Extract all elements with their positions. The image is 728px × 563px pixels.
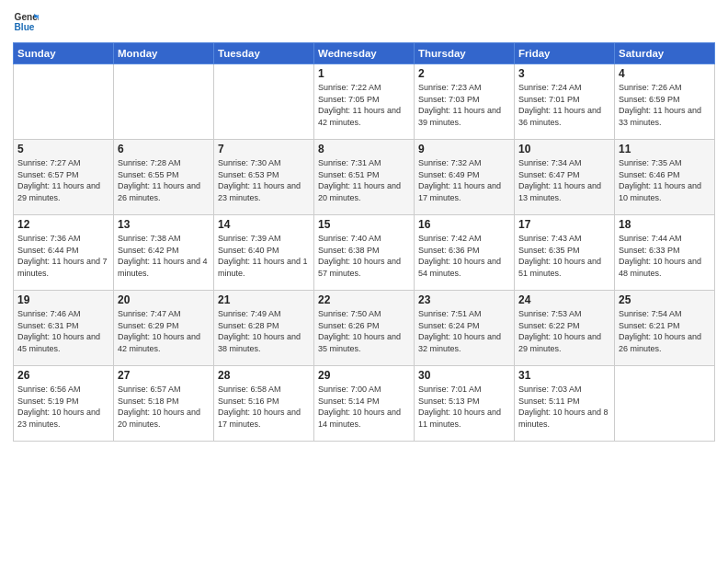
day-info: Sunrise: 7:39 AMSunset: 6:40 PMDaylight:… xyxy=(218,233,310,279)
calendar-cell: 8Sunrise: 7:31 AMSunset: 6:51 PMDaylight… xyxy=(314,140,415,215)
day-number: 21 xyxy=(218,293,310,306)
day-info: Sunrise: 6:58 AMSunset: 5:16 PMDaylight:… xyxy=(218,384,310,430)
day-number: 22 xyxy=(318,293,410,306)
calendar-cell: 10Sunrise: 7:34 AMSunset: 6:47 PMDayligh… xyxy=(515,140,615,215)
day-header-monday: Monday xyxy=(114,43,214,64)
day-info: Sunrise: 7:31 AMSunset: 6:51 PMDaylight:… xyxy=(318,157,410,203)
day-number: 27 xyxy=(118,369,210,382)
day-info: Sunrise: 7:50 AMSunset: 6:26 PMDaylight:… xyxy=(318,308,410,354)
day-info: Sunrise: 7:03 AMSunset: 5:11 PMDaylight:… xyxy=(518,384,610,430)
day-info: Sunrise: 6:57 AMSunset: 5:18 PMDaylight:… xyxy=(118,384,210,430)
calendar-cell: 17Sunrise: 7:43 AMSunset: 6:35 PMDayligh… xyxy=(515,215,615,291)
day-info: Sunrise: 7:26 AMSunset: 6:59 PMDaylight:… xyxy=(619,82,711,128)
day-number: 20 xyxy=(118,293,210,306)
calendar-cell: 31Sunrise: 7:03 AMSunset: 5:11 PMDayligh… xyxy=(515,366,615,442)
day-number: 6 xyxy=(118,143,210,155)
day-info: Sunrise: 7:38 AMSunset: 6:42 PMDaylight:… xyxy=(118,233,210,279)
day-info: Sunrise: 7:54 AMSunset: 6:21 PMDaylight:… xyxy=(619,308,711,354)
day-info: Sunrise: 7:24 AMSunset: 7:01 PMDaylight:… xyxy=(518,82,610,128)
calendar-cell xyxy=(615,366,715,442)
day-number: 31 xyxy=(518,369,610,382)
day-info: Sunrise: 7:53 AMSunset: 6:22 PMDaylight:… xyxy=(518,308,610,354)
day-number: 16 xyxy=(418,218,510,231)
calendar-cell: 16Sunrise: 7:42 AMSunset: 6:36 PMDayligh… xyxy=(415,215,515,291)
calendar-cell: 2Sunrise: 7:23 AMSunset: 7:03 PMDaylight… xyxy=(415,64,515,140)
day-number: 4 xyxy=(619,67,711,80)
day-number: 3 xyxy=(518,67,610,80)
day-info: Sunrise: 7:30 AMSunset: 6:53 PMDaylight:… xyxy=(218,157,310,203)
day-number: 5 xyxy=(17,143,109,155)
calendar-cell: 26Sunrise: 6:56 AMSunset: 5:19 PMDayligh… xyxy=(14,366,114,442)
day-info: Sunrise: 7:46 AMSunset: 6:31 PMDaylight:… xyxy=(17,308,109,354)
day-info: Sunrise: 7:35 AMSunset: 6:46 PMDaylight:… xyxy=(619,157,711,203)
week-row-4: 19Sunrise: 7:46 AMSunset: 6:31 PMDayligh… xyxy=(14,291,715,366)
day-info: Sunrise: 7:32 AMSunset: 6:49 PMDaylight:… xyxy=(418,157,510,203)
svg-text:Blue: Blue xyxy=(15,22,35,32)
calendar-cell: 5Sunrise: 7:27 AMSunset: 6:57 PMDaylight… xyxy=(14,140,114,215)
calendar-cell: 14Sunrise: 7:39 AMSunset: 6:40 PMDayligh… xyxy=(214,215,314,291)
day-number: 12 xyxy=(17,218,109,231)
day-info: Sunrise: 7:40 AMSunset: 6:38 PMDaylight:… xyxy=(318,233,410,279)
day-info: Sunrise: 7:47 AMSunset: 6:29 PMDaylight:… xyxy=(118,308,210,354)
day-number: 10 xyxy=(518,143,610,155)
calendar-cell: 19Sunrise: 7:46 AMSunset: 6:31 PMDayligh… xyxy=(14,291,114,366)
logo: General Blue xyxy=(13,9,42,35)
calendar-cell xyxy=(114,64,214,140)
day-number: 13 xyxy=(118,218,210,231)
day-info: Sunrise: 7:23 AMSunset: 7:03 PMDaylight:… xyxy=(418,82,510,128)
calendar-cell: 27Sunrise: 6:57 AMSunset: 5:18 PMDayligh… xyxy=(114,366,214,442)
day-info: Sunrise: 7:22 AMSunset: 7:05 PMDaylight:… xyxy=(318,82,410,128)
day-header-thursday: Thursday xyxy=(415,43,515,64)
day-number: 14 xyxy=(218,218,310,231)
day-number: 1 xyxy=(318,67,410,80)
calendar-cell: 13Sunrise: 7:38 AMSunset: 6:42 PMDayligh… xyxy=(114,215,214,291)
page-header: General Blue xyxy=(13,9,715,35)
day-header-saturday: Saturday xyxy=(615,43,715,64)
calendar-cell: 28Sunrise: 6:58 AMSunset: 5:16 PMDayligh… xyxy=(214,366,314,442)
day-info: Sunrise: 7:42 AMSunset: 6:36 PMDaylight:… xyxy=(418,233,510,279)
calendar-cell: 15Sunrise: 7:40 AMSunset: 6:38 PMDayligh… xyxy=(314,215,415,291)
day-number: 24 xyxy=(518,293,610,306)
day-number: 11 xyxy=(619,143,711,155)
calendar-cell: 4Sunrise: 7:26 AMSunset: 6:59 PMDaylight… xyxy=(615,64,715,140)
day-number: 29 xyxy=(318,369,410,382)
day-number: 18 xyxy=(619,218,711,231)
week-row-2: 5Sunrise: 7:27 AMSunset: 6:57 PMDaylight… xyxy=(14,140,715,215)
calendar-cell: 1Sunrise: 7:22 AMSunset: 7:05 PMDaylight… xyxy=(314,64,415,140)
calendar-cell xyxy=(14,64,114,140)
day-info: Sunrise: 7:44 AMSunset: 6:33 PMDaylight:… xyxy=(619,233,711,279)
calendar-table: SundayMondayTuesdayWednesdayThursdayFrid… xyxy=(13,42,715,442)
day-header-friday: Friday xyxy=(515,43,615,64)
day-number: 28 xyxy=(218,369,310,382)
calendar-cell: 6Sunrise: 7:28 AMSunset: 6:55 PMDaylight… xyxy=(114,140,214,215)
calendar-cell: 9Sunrise: 7:32 AMSunset: 6:49 PMDaylight… xyxy=(415,140,515,215)
day-number: 25 xyxy=(619,293,711,306)
calendar-cell: 21Sunrise: 7:49 AMSunset: 6:28 PMDayligh… xyxy=(214,291,314,366)
day-info: Sunrise: 7:27 AMSunset: 6:57 PMDaylight:… xyxy=(17,157,109,203)
day-number: 9 xyxy=(418,143,510,155)
calendar-cell: 22Sunrise: 7:50 AMSunset: 6:26 PMDayligh… xyxy=(314,291,415,366)
calendar-cell: 7Sunrise: 7:30 AMSunset: 6:53 PMDaylight… xyxy=(214,140,314,215)
day-info: Sunrise: 7:49 AMSunset: 6:28 PMDaylight:… xyxy=(218,308,310,354)
calendar-cell xyxy=(214,64,314,140)
day-number: 8 xyxy=(318,143,410,155)
calendar-cell: 12Sunrise: 7:36 AMSunset: 6:44 PMDayligh… xyxy=(14,215,114,291)
calendar-cell: 25Sunrise: 7:54 AMSunset: 6:21 PMDayligh… xyxy=(615,291,715,366)
day-number: 2 xyxy=(418,67,510,80)
day-info: Sunrise: 7:01 AMSunset: 5:13 PMDaylight:… xyxy=(418,384,510,430)
calendar-cell: 23Sunrise: 7:51 AMSunset: 6:24 PMDayligh… xyxy=(415,291,515,366)
day-info: Sunrise: 7:28 AMSunset: 6:55 PMDaylight:… xyxy=(118,157,210,203)
week-row-1: 1Sunrise: 7:22 AMSunset: 7:05 PMDaylight… xyxy=(14,64,715,140)
week-row-3: 12Sunrise: 7:36 AMSunset: 6:44 PMDayligh… xyxy=(14,215,715,291)
day-info: Sunrise: 7:51 AMSunset: 6:24 PMDaylight:… xyxy=(418,308,510,354)
day-header-tuesday: Tuesday xyxy=(214,43,314,64)
day-info: Sunrise: 7:43 AMSunset: 6:35 PMDaylight:… xyxy=(518,233,610,279)
day-info: Sunrise: 7:34 AMSunset: 6:47 PMDaylight:… xyxy=(518,157,610,203)
calendar-cell: 30Sunrise: 7:01 AMSunset: 5:13 PMDayligh… xyxy=(415,366,515,442)
day-number: 17 xyxy=(518,218,610,231)
week-row-5: 26Sunrise: 6:56 AMSunset: 5:19 PMDayligh… xyxy=(14,366,715,442)
day-info: Sunrise: 6:56 AMSunset: 5:19 PMDaylight:… xyxy=(17,384,109,430)
day-number: 15 xyxy=(318,218,410,231)
day-number: 26 xyxy=(17,369,109,382)
calendar-cell: 24Sunrise: 7:53 AMSunset: 6:22 PMDayligh… xyxy=(515,291,615,366)
